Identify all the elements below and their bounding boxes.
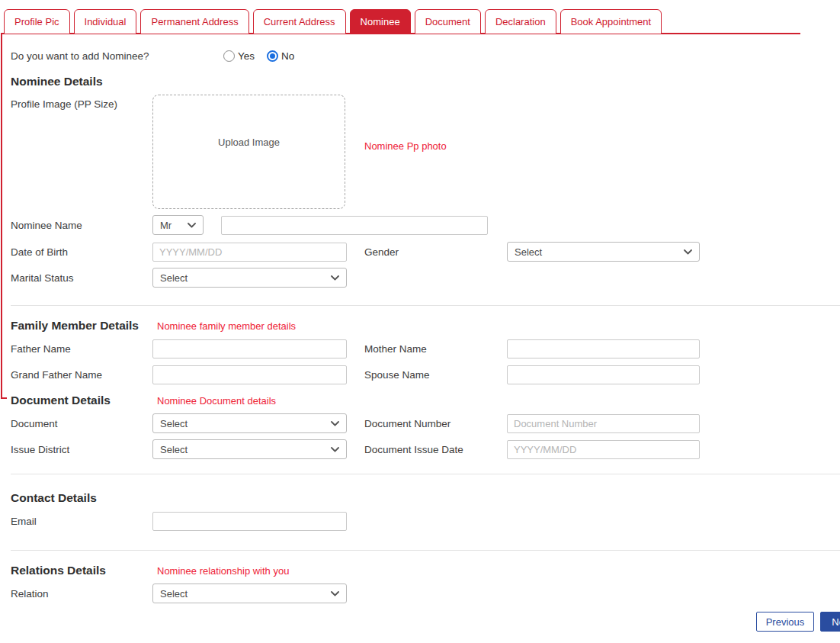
spouse-name-label: Spouse Name [364, 369, 507, 381]
add-nominee-radio-group: Yes No [223, 50, 294, 62]
mother-name-label: Mother Name [364, 343, 507, 355]
tab-individual[interactable]: Individual [74, 9, 137, 34]
document-number-input[interactable] [507, 414, 700, 433]
marital-status-label: Marital Status [11, 272, 152, 284]
section-divider [11, 474, 840, 474]
issue-district-label: Issue District [11, 444, 152, 455]
section-divider [11, 305, 840, 306]
mother-name-input[interactable] [507, 339, 700, 358]
family-details-helper: Nominee family member details [157, 320, 296, 332]
marital-status-select-value: Select [160, 272, 188, 284]
document-select-value: Select [160, 418, 188, 429]
radio-option-yes[interactable]: Yes [223, 50, 255, 62]
relations-details-helper: Nominee relationship with you [157, 565, 289, 577]
issue-district-select[interactable]: Select [152, 439, 347, 459]
tab-permanent-address[interactable]: Permanent Address [140, 9, 248, 34]
document-number-label: Document Number [364, 418, 507, 429]
nominee-pp-photo-helper: Nominee Pp photo [364, 140, 447, 152]
document-label: Document [11, 418, 152, 429]
document-details-title: Document Details [11, 394, 157, 407]
upload-image-label: Upload Image [218, 137, 280, 148]
contact-details-title: Contact Details [11, 491, 840, 505]
issue-district-row: Issue District Select Document Issue Dat… [11, 439, 840, 459]
marital-status-row: Marital Status Select [11, 268, 840, 288]
chevron-down-icon [331, 421, 339, 426]
previous-button[interactable]: Previous [756, 612, 815, 632]
name-title-select-value: Mr [160, 220, 172, 231]
tab-declaration[interactable]: Declaration [485, 9, 556, 34]
grandfather-name-input[interactable] [152, 365, 347, 384]
issue-district-select-value: Select [160, 444, 188, 455]
profile-image-label: Profile Image (PP Size) [11, 95, 152, 110]
nominee-details-title: Nominee Details [11, 75, 840, 88]
radio-no-icon[interactable] [267, 50, 278, 62]
radio-yes-label: Yes [238, 50, 255, 62]
tab-current-address[interactable]: Current Address [253, 9, 346, 34]
document-issue-date-label: Document Issue Date [364, 444, 507, 455]
nominee-name-row: Nominee Name Mr [11, 215, 840, 235]
dob-input[interactable] [152, 243, 347, 262]
tab-document[interactable]: Document [415, 9, 481, 34]
radio-no-label: No [281, 50, 294, 62]
add-nominee-question-row: Do you want to add Nominee? Yes No [11, 47, 840, 64]
relation-label: Relation [11, 588, 152, 600]
father-name-input[interactable] [152, 339, 347, 358]
chevron-down-icon [331, 591, 339, 596]
relations-details-title: Relations Details [11, 564, 157, 577]
tab-nominee[interactable]: Nominee [350, 9, 411, 34]
relation-row: Relation Select [11, 584, 840, 603]
document-issue-date-input[interactable] [507, 440, 700, 459]
gender-select[interactable]: Select [507, 242, 700, 262]
dob-label: Date of Birth [11, 246, 152, 258]
dob-gender-row: Date of Birth Gender Select [11, 242, 840, 262]
name-title-select[interactable]: Mr [152, 215, 204, 235]
document-details-helper: Nominee Document details [157, 395, 276, 407]
father-mother-row: Father Name Mother Name [11, 339, 840, 358]
grandfather-spouse-row: Grand Father Name Spouse Name [11, 365, 840, 384]
nominee-form-page: Profile Pic Individual Permanent Address… [0, 0, 840, 643]
email-row: Email [11, 512, 840, 531]
form-step-tabs: Profile Pic Individual Permanent Address… [4, 9, 840, 34]
chevron-down-icon [331, 447, 339, 452]
father-name-label: Father Name [11, 343, 152, 355]
radio-option-no[interactable]: No [267, 50, 294, 62]
radio-yes-icon[interactable] [223, 50, 235, 62]
chevron-down-icon [684, 249, 692, 255]
spouse-name-input[interactable] [507, 365, 700, 384]
next-button[interactable]: Next [820, 612, 840, 632]
nominee-name-label: Nominee Name [11, 220, 152, 231]
tab-profile-pic[interactable]: Profile Pic [4, 9, 70, 34]
family-details-title: Family Member Details [11, 319, 157, 333]
gender-select-value: Select [515, 246, 542, 258]
email-label: Email [11, 516, 152, 527]
nominee-name-input[interactable] [221, 216, 488, 235]
marital-status-select[interactable]: Select [152, 268, 347, 288]
relations-details-heading-row: Relations Details Nominee relationship w… [11, 564, 840, 577]
tab-book-appointment[interactable]: Book Appointment [560, 9, 662, 34]
upload-image-dropzone[interactable]: Upload Image [152, 95, 345, 209]
relation-select[interactable]: Select [152, 584, 347, 603]
section-divider [11, 550, 840, 551]
family-details-heading-row: Family Member Details Nominee family mem… [11, 319, 840, 333]
gender-label: Gender [364, 246, 507, 258]
grandfather-name-label: Grand Father Name [11, 369, 152, 381]
chevron-down-icon [331, 275, 339, 281]
relation-select-value: Select [160, 588, 188, 600]
form-footer: Previous Next [11, 612, 840, 632]
add-nominee-question-label: Do you want to add Nominee? [11, 50, 223, 62]
document-details-heading-row: Document Details Nominee Document detail… [11, 394, 840, 407]
email-input[interactable] [152, 512, 347, 531]
document-number-row: Document Select Document Number [11, 413, 840, 433]
chevron-down-icon [188, 223, 196, 228]
profile-image-row: Profile Image (PP Size) Upload Image Nom… [11, 95, 840, 209]
document-select[interactable]: Select [152, 413, 347, 433]
